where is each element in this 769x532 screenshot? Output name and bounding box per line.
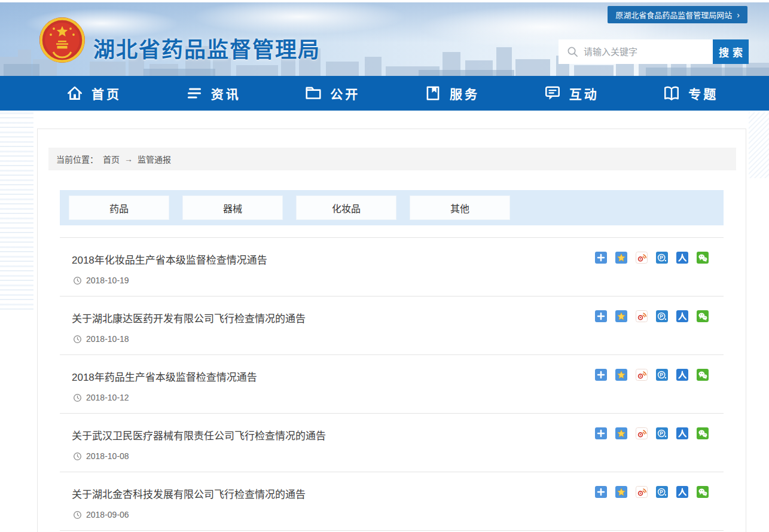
qzone-star-icon[interactable] xyxy=(615,427,627,439)
open-book-icon xyxy=(663,84,680,102)
news-meta: 2018-10-18 xyxy=(73,334,724,344)
news-row: 2018年化妆品生产省本级监督检查情况通告 2018-10-19 P xyxy=(60,238,724,296)
news-title-link[interactable]: 2018年化妆品生产省本级监督检查情况通告 xyxy=(72,253,267,268)
svg-text:P: P xyxy=(660,489,663,495)
news-row: 关于湖北金杏科技发展有限公司飞行检查情况的通告 2018-09-06 P xyxy=(60,472,724,531)
folder-icon xyxy=(304,84,322,102)
share-more-icon[interactable] xyxy=(595,252,607,264)
news-list: 2018年化妆品生产省本级监督检查情况通告 2018-10-19 P 关于湖北康… xyxy=(60,237,724,531)
category-tab-器械[interactable]: 器械 xyxy=(182,195,283,220)
nav-item-label: 公开 xyxy=(330,84,360,102)
search-button[interactable]: 搜索 xyxy=(713,39,749,64)
share-buttons: P xyxy=(595,369,709,381)
renren-icon[interactable] xyxy=(676,310,688,322)
news-date: 2018-09-06 xyxy=(86,510,129,519)
share-buttons: P xyxy=(595,310,709,322)
old-site-link-label: 原湖北省食品药品监督管理局网站 xyxy=(615,9,732,20)
breadcrumb-home-link[interactable]: 首页 xyxy=(103,153,120,165)
nav-item-首页[interactable]: 首页 xyxy=(53,76,172,111)
news-meta: 2018-10-12 xyxy=(73,393,724,402)
renren-icon[interactable] xyxy=(676,369,688,381)
breadcrumb-prefix: 当前位置： xyxy=(56,153,98,165)
bookmark-page-icon xyxy=(424,84,442,102)
chevron-right-icon: › xyxy=(737,11,740,19)
share-buttons: P xyxy=(595,486,709,498)
old-site-link[interactable]: 原湖北省食品药品监督管理局网站 › xyxy=(608,6,747,23)
news-title-link[interactable]: 关于湖北金杏科技发展有限公司飞行检查情况的通告 xyxy=(72,488,306,502)
wechat-icon[interactable] xyxy=(697,369,709,381)
nav-item-label: 互动 xyxy=(569,84,599,102)
news-title-link[interactable]: 关于湖北康达医药开发有限公司飞行检查情况的通告 xyxy=(72,312,306,326)
news-meta: 2018-10-08 xyxy=(73,451,724,461)
search-input[interactable] xyxy=(584,40,712,63)
nav-item-label: 专题 xyxy=(688,84,718,102)
wechat-icon[interactable] xyxy=(697,486,709,498)
tencent-pengyou-icon[interactable]: P xyxy=(656,310,668,322)
clock-icon xyxy=(73,335,82,344)
qzone-star-icon[interactable] xyxy=(615,369,627,381)
sina-weibo-icon[interactable] xyxy=(636,427,648,439)
sina-weibo-icon[interactable] xyxy=(636,486,648,498)
breadcrumb: 当前位置： 首页 → 监管通报 xyxy=(48,148,736,170)
content-card: 当前位置： 首页 → 监管通报 药品 器械 化妆品 其他 2018年化妆品生产省… xyxy=(37,129,746,532)
clock-icon xyxy=(73,452,82,461)
renren-icon[interactable] xyxy=(676,427,688,439)
news-row: 关于武汉卫民医疗器械有限责任公司飞行检查情况的通告 2018-10-08 P xyxy=(60,414,724,472)
wechat-icon[interactable] xyxy=(697,427,709,439)
site-title: 湖北省药品监督管理局 xyxy=(93,32,321,63)
nav-item-互动[interactable]: 互动 xyxy=(530,76,650,111)
tencent-pengyou-icon[interactable]: P xyxy=(656,369,668,381)
news-title-link[interactable]: 关于武汉卫民医疗器械有限责任公司飞行检查情况的通告 xyxy=(72,429,326,444)
nav-item-label: 资讯 xyxy=(211,84,241,102)
news-meta: 2018-10-19 xyxy=(73,276,724,285)
right-streak-decoration xyxy=(749,112,769,178)
category-tab-药品[interactable]: 药品 xyxy=(69,195,169,220)
cloud-decoration xyxy=(191,2,407,35)
svg-text:P: P xyxy=(660,313,663,319)
sina-weibo-icon[interactable] xyxy=(636,310,648,322)
sina-weibo-icon[interactable] xyxy=(636,252,648,264)
clock-icon xyxy=(73,510,82,519)
tencent-pengyou-icon[interactable]: P xyxy=(656,252,668,264)
svg-text:P: P xyxy=(660,372,663,378)
category-tab-化妆品[interactable]: 化妆品 xyxy=(296,195,396,220)
qzone-star-icon[interactable] xyxy=(615,310,627,322)
sina-weibo-icon[interactable] xyxy=(636,369,648,381)
search-box xyxy=(559,39,713,64)
header-banner: 湖北省药品监督管理局 原湖北省食品药品监督管理局网站 › 搜索 xyxy=(0,2,769,76)
wechat-icon[interactable] xyxy=(697,252,709,264)
renren-icon[interactable] xyxy=(676,252,688,264)
news-meta: 2018-09-06 xyxy=(73,510,724,519)
nav-item-服务[interactable]: 服务 xyxy=(411,76,530,111)
qzone-star-icon[interactable] xyxy=(615,252,627,264)
news-lines-icon xyxy=(185,84,203,102)
nav-item-公开[interactable]: 公开 xyxy=(291,76,411,111)
news-title-link[interactable]: 2018年药品生产省本级监督检查情况通告 xyxy=(72,371,257,385)
nav-item-专题[interactable]: 专题 xyxy=(649,76,769,111)
news-date: 2018-10-19 xyxy=(86,276,129,285)
svg-text:P: P xyxy=(660,255,663,261)
share-more-icon[interactable] xyxy=(595,486,607,498)
breadcrumb-arrow: → xyxy=(124,154,133,164)
site-search: 搜索 xyxy=(559,39,749,64)
tencent-pengyou-icon[interactable]: P xyxy=(656,486,668,498)
clock-icon xyxy=(73,276,82,285)
nav-item-资讯[interactable]: 资讯 xyxy=(172,76,292,111)
nav-item-label: 首页 xyxy=(91,84,121,102)
search-icon xyxy=(567,46,578,57)
wechat-icon[interactable] xyxy=(697,310,709,322)
tencent-pengyou-icon[interactable]: P xyxy=(656,427,668,439)
category-tab-其他[interactable]: 其他 xyxy=(410,195,510,220)
renren-icon[interactable] xyxy=(676,486,688,498)
news-date: 2018-10-12 xyxy=(86,393,129,402)
share-more-icon[interactable] xyxy=(595,310,607,322)
clock-icon xyxy=(73,393,82,402)
news-date: 2018-10-18 xyxy=(86,334,129,344)
qzone-star-icon[interactable] xyxy=(615,486,627,498)
news-date: 2018-10-08 xyxy=(86,451,129,461)
breadcrumb-current-link[interactable]: 监管通报 xyxy=(138,153,171,165)
share-more-icon[interactable] xyxy=(595,427,607,439)
news-row: 2018年药品生产省本级监督检查情况通告 2018-10-12 P xyxy=(60,355,724,414)
share-more-icon[interactable] xyxy=(595,369,607,381)
home-icon xyxy=(66,84,84,102)
